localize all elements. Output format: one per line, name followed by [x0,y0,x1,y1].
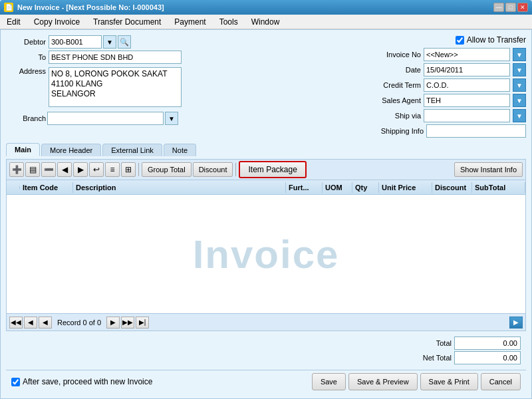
th-description: Description [73,182,286,193]
th-unit-price: Unit Price [379,182,432,193]
date-label: Date [368,66,421,74]
debtor-search-button[interactable]: 🔍 [118,35,131,49]
save-print-button[interactable]: Save & Print [420,373,478,390]
branch-dropdown-button[interactable]: ▼ [165,112,178,125]
scroll-right-button[interactable]: ▶ [509,317,523,329]
first-record-button[interactable]: ◀ [57,162,72,177]
debtor-dropdown-button[interactable]: ▼ [103,35,116,49]
shipping-info-input[interactable] [426,124,526,138]
last-page-button[interactable]: ▶| [136,317,149,329]
sales-agent-input[interactable] [424,94,510,107]
prev-page-button[interactable]: ◀ [24,317,37,329]
list-button[interactable]: ≡ [105,162,120,177]
menu-edit[interactable]: Edit [3,16,25,28]
form-area: Debtor ▼ 🔍 To Address NO 8, LORONG POKOK… [6,35,526,138]
close-button[interactable]: ✕ [517,3,528,12]
save-button[interactable]: Save [312,373,346,390]
tab-more-header[interactable]: More Header [41,144,101,156]
item-package-button[interactable]: Item Package [239,161,306,178]
branch-input[interactable] [47,112,164,125]
last-record-button[interactable]: ▶ [73,162,88,177]
invoice-watermark: Invoice [193,231,340,277]
address-line-3: SELANGOR [51,89,179,98]
next-button[interactable]: ▶ [106,317,120,329]
menu-window[interactable]: Window [247,16,284,28]
shipping-info-label: Shipping Info [370,127,424,135]
debtor-input[interactable] [49,35,102,49]
grid-button[interactable]: ⊞ [121,162,136,177]
sales-agent-dropdown[interactable]: ▼ [513,94,526,107]
address-row: Address NO 8, LORONG POKOK SAKAT 41100 K… [6,67,334,107]
form-left: Debtor ▼ 🔍 To Address NO 8, LORONG POKOK… [6,35,334,138]
menu-bar: Edit Copy Invoice Transfer Document Paym… [0,15,532,29]
undo-button[interactable]: ↩ [89,162,104,177]
maximize-button[interactable]: □ [505,3,516,12]
invoice-no-label: Invoice No [368,51,421,59]
show-instant-info-button[interactable]: Show Instant Info [454,162,523,177]
add-row-button[interactable]: ➕ [9,162,24,177]
invoice-no-input[interactable] [424,48,510,61]
date-picker-button[interactable]: ▼ [513,63,526,76]
after-save-label: After save, proceed with new Invoice [11,377,152,386]
discount-button[interactable]: Discount [193,162,233,177]
window-title: New Invoice - [Next Possible No: I-00004… [17,3,164,11]
totals-area: Total Net Total [6,334,526,367]
ship-via-dropdown[interactable]: ▼ [513,109,526,122]
branch-row: Branch ▼ [6,112,334,125]
window-body: Debtor ▼ 🔍 To Address NO 8, LORONG POKOK… [0,29,532,399]
th-item-code: Item Code [20,182,73,193]
separator-1 [138,163,139,176]
credit-term-label: Credit Term [368,81,421,89]
credit-term-dropdown[interactable]: ▼ [513,78,526,92]
net-total-label: Net Total [405,354,452,362]
tab-external-link[interactable]: External Link [102,144,162,156]
tab-main[interactable]: Main [6,143,40,156]
table-view-button[interactable]: ▤ [25,162,40,177]
menu-transfer-document[interactable]: Transfer Document [89,16,165,28]
allow-transfer-row: Allow to Transfer [340,35,526,45]
th-discount: Discount [432,182,472,193]
cancel-button[interactable]: Cancel [481,373,521,390]
ship-via-row: Ship via ▼ [340,109,526,122]
app-icon: 📄 [4,3,13,12]
window-controls[interactable]: — □ ✕ [493,3,528,12]
date-input[interactable] [424,63,510,76]
table-body: Invoice [7,195,525,313]
debtor-row: Debtor ▼ 🔍 [6,35,334,49]
invoice-no-dropdown[interactable]: ▼ [513,48,526,61]
total-label: Total [405,339,452,347]
pagination-bar: ◀◀ ◀ ◀ Record 0 of 0 ▶ ▶▶ ▶| ▶ [7,313,525,331]
allow-transfer-checkbox[interactable] [456,36,464,45]
tabs-area: Main More Header External Link Note [6,143,526,156]
sales-agent-label: Sales Agent [368,96,421,104]
net-total-row: Net Total [405,351,521,364]
after-save-checkbox[interactable] [11,378,20,386]
th-further: Furt... [286,182,323,193]
ship-via-input[interactable] [424,109,510,122]
ship-via-label: Ship via [368,112,421,120]
title-bar: 📄 New Invoice - [Next Possible No: I-000… [0,0,532,15]
allow-transfer-label: Allow to Transfer [456,35,526,45]
total-value [454,336,521,350]
menu-tools[interactable]: Tools [215,16,242,28]
to-input[interactable] [49,51,182,64]
menu-payment[interactable]: Payment [170,16,209,28]
table-header: Item Code Description Furt... UOM Qty Un… [7,180,525,195]
shipping-info-row: Shipping Info [340,124,526,138]
menu-copy-invoice[interactable]: Copy Invoice [30,16,84,28]
th-subtotal: SubTotal [472,182,525,193]
invoice-no-row: Invoice No ▼ [340,48,526,61]
tab-note[interactable]: Note [164,144,196,156]
next-page-button[interactable]: ▶▶ [121,317,134,329]
credit-term-input[interactable] [424,78,510,92]
delete-row-button[interactable]: ➖ [41,162,56,177]
first-page-button[interactable]: ◀◀ [9,317,23,329]
group-total-button[interactable]: Group Total [142,162,192,177]
to-row: To [6,51,334,64]
address-box[interactable]: NO 8, LORONG POKOK SAKAT 41100 KLANG SEL… [49,67,182,107]
save-preview-button[interactable]: Save & Preview [348,373,418,390]
prev-button[interactable]: ◀ [39,317,52,329]
minimize-button[interactable]: — [493,3,504,12]
form-right: Allow to Transfer Invoice No ▼ Date ▼ Cr… [340,35,526,138]
record-text: Record 0 of 0 [53,319,105,327]
